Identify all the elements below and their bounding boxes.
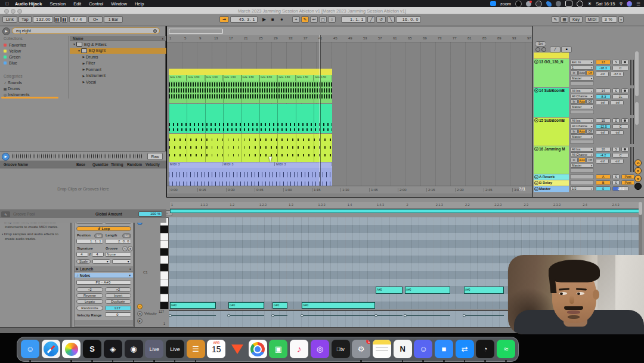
menu-help[interactable]: Help bbox=[135, 1, 144, 7]
time-ruler[interactable]: 0:000:150:300:451:001:151:301:452:002:15… bbox=[167, 186, 532, 193]
tree-item-filter[interactable]: ▶Filter bbox=[70, 60, 166, 67]
browser-name-header[interactable]: Name ▲ bbox=[70, 36, 166, 41]
signature-numerator[interactable]: 4 bbox=[76, 252, 88, 257]
output-select[interactable]: Master▾ bbox=[570, 163, 594, 168]
arrangement-position-field[interactable]: 45. 3. 1 bbox=[230, 16, 258, 23]
midi-clip[interactable]: MIDI 3 bbox=[222, 162, 275, 166]
teamviewer-icon[interactable] bbox=[490, 1, 496, 6]
punch-position-field[interactable]: 1. 1. 1 bbox=[341, 16, 366, 23]
collection-favorites[interactable]: Favorites bbox=[0, 42, 68, 48]
dock-icon-apple-tv[interactable]: tv bbox=[332, 340, 350, 358]
category-sounds[interactable]: ♪Sounds bbox=[0, 79, 68, 85]
black-key[interactable] bbox=[160, 248, 168, 256]
white-key[interactable] bbox=[160, 241, 168, 248]
clip-lane-subboomb-15[interactable] bbox=[169, 134, 332, 162]
solo-button[interactable]: S bbox=[612, 147, 620, 152]
tree-expand-icon[interactable]: ▼ bbox=[72, 42, 76, 46]
automation-mode-icon[interactable]: ╱ bbox=[550, 47, 561, 53]
raw-button[interactable]: Raw bbox=[147, 153, 163, 160]
monitor-auto[interactable]: Auto bbox=[578, 99, 586, 104]
master-volume-field[interactable]: 0 bbox=[596, 186, 611, 191]
return-track-name[interactable]: B Delay▸ bbox=[534, 180, 569, 186]
volume-field[interactable]: -12.5 bbox=[596, 124, 611, 129]
launch-section-bar[interactable]: ▶ Launch ◄ bbox=[75, 266, 133, 272]
screen-record-icon[interactable] bbox=[565, 1, 572, 7]
track-name[interactable]: 15 SubBoomB▾ bbox=[534, 118, 569, 146]
menu-session[interactable]: Session bbox=[49, 1, 66, 7]
input-channel-select[interactable]: All Channe▾ bbox=[570, 152, 594, 157]
note-tool-2-button[interactable]: ÷2 bbox=[76, 287, 103, 292]
global-amount-value[interactable]: 100 % bbox=[138, 211, 162, 217]
pan-field[interactable]: 1L bbox=[612, 94, 628, 99]
tree-item-drums[interactable]: ▶Drums bbox=[70, 54, 166, 60]
midi-note-as0[interactable]: A#0 bbox=[405, 287, 450, 294]
overview-loop-brace[interactable] bbox=[169, 29, 223, 34]
apple-menu-icon[interactable]:  bbox=[5, 1, 9, 7]
track-number-button[interactable]: 13 bbox=[596, 60, 611, 64]
arm-button[interactable] bbox=[621, 118, 628, 123]
volume-field[interactable]: -4.2 bbox=[596, 153, 611, 158]
meter-value-b[interactable]: -inf bbox=[611, 100, 624, 105]
monitor-off[interactable]: Off bbox=[586, 158, 594, 162]
midi-clip[interactable]: MIDI 3 bbox=[169, 162, 222, 166]
computer-midi-keyboard-button[interactable]: ▦ bbox=[561, 16, 568, 23]
fan-icon[interactable] bbox=[577, 1, 583, 7]
track-fold-icon[interactable]: ▸ bbox=[534, 187, 538, 191]
metronome-button[interactable]: O• bbox=[88, 16, 103, 23]
black-key[interactable] bbox=[160, 302, 168, 310]
midi-note-as0[interactable]: A#0 bbox=[376, 287, 402, 294]
track-vscrollbar[interactable] bbox=[635, 51, 639, 96]
monitor-switch[interactable]: InAutoOff bbox=[570, 129, 594, 134]
input-type-select[interactable]: All Ins▾ bbox=[570, 147, 594, 152]
piano-roll-vscroll-handle[interactable] bbox=[639, 202, 642, 215]
collection-green[interactable]: Green bbox=[0, 54, 68, 60]
track-name[interactable]: 16 Jamming M▾ bbox=[534, 146, 569, 174]
monitor-off[interactable]: Off bbox=[586, 99, 594, 104]
nudge-down-button[interactable]: ▌▌ bbox=[54, 16, 61, 23]
browser-divider[interactable] bbox=[69, 36, 69, 99]
tree-expand-icon[interactable]: ▶ bbox=[82, 55, 86, 59]
white-key[interactable] bbox=[160, 256, 168, 264]
loop-length-field[interactable]: 16. 0. 0 bbox=[396, 16, 421, 23]
monitor-off[interactable]: Off bbox=[586, 70, 594, 75]
meter-value-b[interactable]: -67.0 bbox=[611, 72, 624, 76]
hot-swap-groove-icon[interactable]: ● bbox=[128, 246, 133, 251]
dock-icon-safari[interactable] bbox=[42, 340, 60, 358]
monitor-in[interactable]: In bbox=[570, 158, 578, 162]
tree-item-vocal[interactable]: ▶Vocal bbox=[70, 79, 166, 85]
monitor-auto[interactable]: Auto bbox=[578, 158, 586, 162]
collection-yellow[interactable]: Yellow bbox=[0, 48, 68, 54]
wifi-icon[interactable]: ☀ bbox=[587, 1, 592, 7]
tree-expand-icon[interactable]: ▶ bbox=[82, 61, 86, 65]
master-meter-field[interactable]: -14.9 bbox=[612, 186, 628, 191]
track-header-14[interactable]: 14 SubBoomB▾All Ins▾All Channe▾InAutoOff… bbox=[533, 88, 644, 117]
stop-button[interactable]: ■ bbox=[271, 17, 274, 22]
punch-out-button[interactable]: ╲ bbox=[387, 16, 395, 23]
notes-filter-icon[interactable]: ▼ bbox=[129, 274, 131, 277]
link-button[interactable]: Link bbox=[2, 16, 17, 23]
set-length-button[interactable]: Set bbox=[122, 233, 131, 238]
draw-mode-button[interactable]: ✎ bbox=[301, 16, 309, 23]
track-name[interactable]: 13 GG_130_N▾ bbox=[534, 59, 569, 87]
send-mode-button[interactable]: Post bbox=[621, 180, 634, 185]
tree-item-instrument[interactable]: ▶Instrument bbox=[70, 73, 166, 79]
track-number-button[interactable]: 14 bbox=[596, 88, 611, 93]
piano-roll-loop-bar[interactable] bbox=[170, 209, 642, 213]
velocity-lane-toggle-icon[interactable]: ≈ bbox=[137, 304, 143, 309]
playhead[interactable] bbox=[320, 35, 320, 192]
white-key[interactable] bbox=[160, 279, 168, 287]
mixer-toggle-m[interactable]: M bbox=[634, 175, 642, 182]
automation-arm-button[interactable]: ○ bbox=[328, 16, 336, 23]
dock-icon-black-audio-app[interactable]: ◈ bbox=[104, 340, 122, 358]
tree-item-eq-filters[interactable]: ▼EQ & Filters bbox=[70, 41, 166, 48]
menu-window[interactable]: Window bbox=[111, 1, 127, 7]
input-type-select[interactable]: All Ins▾ bbox=[570, 88, 594, 93]
groove-col-timing[interactable]: Timing bbox=[111, 162, 123, 167]
set-button[interactable]: Set bbox=[535, 41, 546, 47]
input-channel-select[interactable]: All Channe▾ bbox=[570, 94, 594, 99]
dock-icon-notion[interactable]: N bbox=[394, 340, 412, 358]
midi-map-button[interactable]: MIDI bbox=[585, 16, 599, 23]
solo-button[interactable]: S bbox=[612, 118, 620, 123]
mixer-toggle-io[interactable]: IO bbox=[634, 159, 642, 167]
collection-blue[interactable]: Blue bbox=[0, 60, 68, 66]
